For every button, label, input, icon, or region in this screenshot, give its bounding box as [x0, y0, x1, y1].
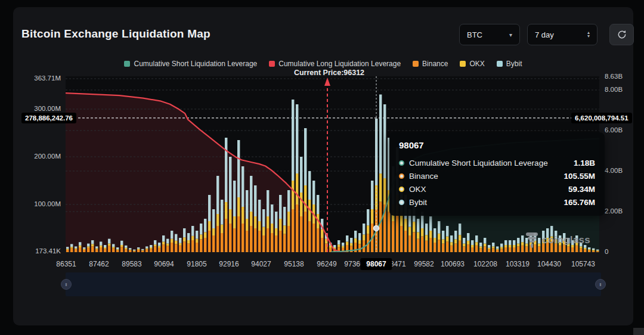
tooltip-row: Cumulative Short Liquidation Leverage1.1…	[399, 156, 595, 169]
slider-handle-left[interactable]: ‖	[61, 279, 72, 290]
x-axis-highlight-badge: 98067	[360, 258, 392, 270]
axis-tick-label: 100.00M	[18, 200, 61, 207]
axis-tick-label: 6.00B	[605, 126, 640, 134]
tooltip-series-value: 165.76M	[564, 198, 595, 207]
legend-label: Cumulative Long Liquidation Leverage	[278, 60, 401, 68]
chart-legend: Cumulative Short Liquidation LeverageCum…	[13, 60, 633, 68]
current-price-label: Current Price:96312	[240, 69, 419, 77]
tooltip-series-value: 105.55M	[564, 172, 595, 181]
axis-tick-label: 8.00B	[605, 86, 640, 93]
series-dot-icon	[399, 160, 404, 166]
legend-swatch	[269, 61, 275, 67]
handle-grip-icon: ‖	[65, 282, 67, 287]
legend-label: Bybit	[506, 60, 522, 68]
range-select-value: 7 day	[535, 30, 554, 39]
axis-tick-label: 173.41K	[18, 247, 61, 255]
legend-item[interactable]: Bybit	[497, 60, 522, 68]
legend-swatch	[497, 61, 503, 67]
tooltip-row: Binance105.55M	[399, 169, 595, 182]
x-axis-label: 105743	[571, 260, 595, 268]
x-axis-label: 92916	[219, 260, 239, 268]
x-axis-label: 102208	[473, 260, 497, 268]
axis-tick-label: 4.00B	[605, 167, 640, 174]
tooltip-row: OKX59.34M	[399, 182, 595, 196]
chart-tooltip: 98067 Cumulative Short Liquidation Lever…	[389, 132, 605, 216]
tooltip-row: Bybit165.76M	[399, 196, 595, 209]
axis-tick-label: 200.00M	[18, 153, 61, 160]
range-select[interactable]: 7 day ▴▾	[527, 24, 597, 45]
tooltip-series-name: Cumulative Short Liquidation Leverage	[409, 159, 548, 168]
tooltip-series-name: OKX	[409, 185, 426, 194]
legend-label: OKX	[469, 60, 484, 68]
x-axis-label: 99582	[414, 260, 434, 268]
legend-label: Binance	[422, 60, 448, 68]
x-axis-label: 86351	[56, 260, 76, 268]
axis-tick-label: 8.63B	[605, 73, 640, 80]
legend-item[interactable]: Cumulative Short Liquidation Leverage	[124, 60, 257, 68]
x-axis-label: 89583	[122, 260, 141, 268]
coin-select-value: BTC	[467, 30, 482, 39]
page-title: Bitcoin Exchange Liquidation Map	[21, 27, 210, 41]
x-axis-label: 91805	[187, 260, 206, 268]
refresh-icon	[617, 29, 627, 40]
watermark: coinglass	[525, 232, 590, 248]
tooltip-title: 98067	[399, 140, 595, 150]
series-dot-icon	[399, 187, 404, 192]
spinner-icons: ▴▾	[587, 31, 590, 38]
legend-item[interactable]: Binance	[413, 60, 448, 68]
legend-swatch	[413, 61, 419, 67]
x-axis-label: 87462	[89, 260, 109, 268]
x-axis-label: 103319	[506, 260, 530, 268]
zoom-slider[interactable]: ‖ ‖	[66, 272, 601, 296]
legend-swatch	[460, 61, 466, 67]
coin-select[interactable]: BTC ▾	[459, 24, 520, 45]
x-axis-label: 100693	[441, 260, 465, 268]
legend-label: Cumulative Short Liquidation Leverage	[134, 60, 257, 68]
legend-swatch	[124, 61, 130, 67]
x-axis-label: 95138	[284, 260, 304, 268]
left-marker-badge: 278,886,242.76	[21, 113, 76, 123]
tooltip-series-value: 1.18B	[574, 159, 595, 168]
series-dot-icon	[399, 200, 404, 205]
right-marker-badge: 6,620,008,794.51	[571, 113, 632, 123]
tooltip-series-value: 59.34M	[568, 185, 595, 194]
legend-item[interactable]: OKX	[460, 60, 484, 68]
liquidation-map-card: Bitcoin Exchange Liquidation Map BTC ▾ 7…	[13, 7, 633, 325]
axis-tick-label: 363.71M	[18, 75, 61, 82]
tooltip-series-name: Binance	[409, 172, 438, 181]
x-axis-label: 104430	[537, 260, 561, 268]
axis-tick-label: 0	[605, 248, 640, 255]
scrollbar-corner	[633, 328, 644, 335]
axis-tick-label: 2.00B	[605, 207, 640, 215]
x-axis-label: 90694	[154, 260, 174, 268]
chevron-down-icon: ▾	[509, 32, 512, 38]
legend-item[interactable]: Cumulative Long Liquidation Leverage	[269, 60, 401, 68]
tooltip-series-name: Bybit	[409, 198, 427, 207]
axis-tick-label: 300.00M	[18, 105, 61, 112]
watermark-text: coinglass	[542, 234, 590, 246]
x-axis-label: 96249	[317, 260, 336, 268]
x-axis-label: 94027	[251, 260, 271, 268]
series-dot-icon	[399, 173, 404, 179]
slider-handle-right[interactable]: ‖	[595, 279, 606, 290]
coinglass-logo-icon	[525, 232, 539, 248]
refresh-button[interactable]	[609, 24, 634, 45]
handle-grip-icon: ‖	[599, 282, 601, 287]
